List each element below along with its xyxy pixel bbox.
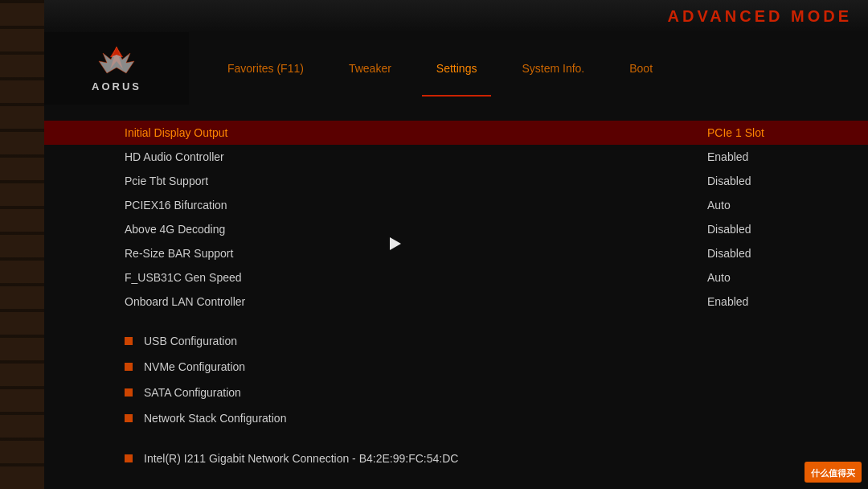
section-label-usb: USB Configuration (144, 335, 237, 347)
setting-row-pciex16[interactable]: PCIEX16 Bifurcation Auto (44, 193, 868, 217)
nav-tabs: Favorites (F11) Tweaker Settings System … (189, 32, 868, 105)
tab-sysinfo[interactable]: System Info. (499, 32, 607, 105)
aorus-eagle-icon (95, 45, 139, 79)
section-netstack[interactable]: Network Stack Configuration (44, 405, 868, 431)
setting-row-rebar[interactable]: Re-Size BAR Support Disabled (44, 241, 868, 265)
setting-name-above4g: Above 4G Decoding (125, 223, 225, 236)
section-bullet-netstack (125, 414, 133, 422)
tab-boot-label: Boot (629, 62, 653, 75)
setting-name-pcie-tbt: Pcie Tbt Support (125, 175, 208, 187)
setting-name-pciex16: PCIEX16 Bifurcation (125, 199, 227, 212)
section-intel-nic[interactable]: Intel(R) I211 Gigabit Network Connection… (44, 446, 868, 471)
setting-row-onboard-lan[interactable]: Onboard LAN Controller Enabled (44, 290, 868, 314)
main-container: ADVANCED MODE AORUS Favorites (F11) Twea… (44, 0, 868, 489)
tab-boot[interactable]: Boot (607, 32, 675, 105)
settings-content: Initial Display Output PCIe 1 Slot HD Au… (44, 105, 868, 489)
section-sata[interactable]: SATA Configuration (44, 380, 868, 405)
setting-name-fusb31c: F_USB31C Gen Speed (125, 271, 242, 284)
aorus-logo-text: AORUS (92, 80, 141, 92)
section-nvme[interactable]: NVMe Configuration (44, 354, 868, 380)
section-bullet-intel-nic (125, 454, 133, 462)
tab-settings-label: Settings (436, 62, 477, 75)
setting-row-initial-display[interactable]: Initial Display Output PCIe 1 Slot (44, 121, 868, 145)
setting-value-pcie-tbt: Disabled (707, 175, 804, 187)
tab-sysinfo-label: System Info. (522, 62, 584, 75)
spacer-1 (44, 314, 868, 328)
tab-tweaker-label: Tweaker (349, 62, 391, 75)
setting-row-pcie-tbt[interactable]: Pcie Tbt Support Disabled (44, 169, 868, 193)
setting-row-above4g[interactable]: Above 4G Decoding Disabled (44, 217, 868, 241)
watermark: 什么值得买 (805, 462, 862, 483)
tab-boot-underline (615, 95, 667, 97)
mouse-cursor (390, 237, 401, 250)
section-bullet-usb (125, 337, 133, 345)
section-usb[interactable]: USB Configuration (44, 328, 868, 354)
section-bullet-sata (125, 388, 133, 397)
tab-tweaker-underline (334, 95, 406, 97)
setting-name-hd-audio: HD Audio Controller (125, 150, 224, 163)
setting-row-hd-audio[interactable]: HD Audio Controller Enabled (44, 145, 868, 169)
setting-row-fusb31c[interactable]: F_USB31C Gen Speed Auto (44, 265, 868, 290)
logo-area: AORUS (44, 32, 189, 105)
section-label-nvme: NVMe Configuration (144, 360, 245, 373)
section-label-netstack: Network Stack Configuration (144, 412, 286, 425)
tab-favorites[interactable]: Favorites (F11) (205, 32, 326, 105)
spacer-2 (44, 431, 868, 446)
tab-settings-underline (422, 95, 492, 97)
setting-value-above4g: Disabled (707, 223, 804, 236)
setting-value-initial-display: PCIe 1 Slot (707, 126, 804, 139)
setting-name-rebar: Re-Size BAR Support (125, 247, 233, 260)
setting-value-rebar: Disabled (707, 247, 804, 260)
advanced-mode-label: ADVANCED MODE (668, 7, 852, 26)
setting-name-initial-display: Initial Display Output (125, 126, 227, 139)
settings-list: Initial Display Output PCIe 1 Slot HD Au… (44, 121, 868, 471)
setting-value-fusb31c: Auto (707, 271, 804, 284)
setting-name-onboard-lan: Onboard LAN Controller (125, 295, 245, 308)
header: AORUS Favorites (F11) Tweaker Settings S… (44, 32, 868, 105)
tab-sysinfo-underline (507, 95, 599, 97)
tab-settings[interactable]: Settings (414, 32, 500, 105)
tab-favorites-label: Favorites (F11) (227, 62, 304, 75)
tab-tweaker[interactable]: Tweaker (326, 32, 414, 105)
top-bar: ADVANCED MODE (44, 0, 868, 32)
tab-favorites-underline (213, 95, 318, 97)
setting-value-pciex16: Auto (707, 199, 804, 212)
watermark-text: 什么值得买 (811, 468, 855, 478)
section-label-intel-nic: Intel(R) I211 Gigabit Network Connection… (144, 452, 458, 465)
section-label-sata: SATA Configuration (144, 386, 241, 399)
setting-value-hd-audio: Enabled (707, 150, 804, 163)
setting-value-onboard-lan: Enabled (707, 295, 804, 308)
section-bullet-nvme (125, 363, 133, 371)
